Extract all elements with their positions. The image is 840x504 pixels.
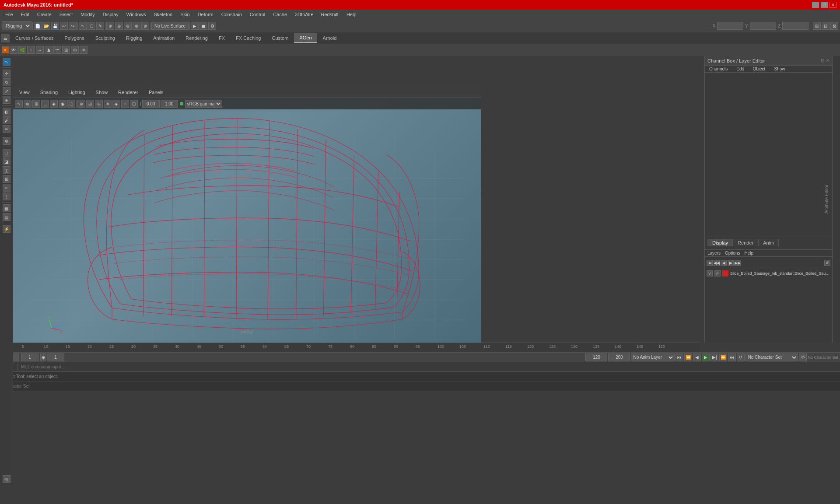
vp-icon9[interactable]: ◎ (86, 100, 94, 108)
layout3-icon[interactable]: ⊠ (830, 22, 838, 30)
layer-nav-first[interactable]: ⏮ (707, 260, 713, 266)
menu-modify[interactable]: Modify (77, 11, 98, 18)
vp-icon13[interactable]: + (121, 100, 129, 108)
shelf-icon-eye[interactable]: 👁 (10, 46, 18, 54)
render-settings-icon[interactable]: ⚙ (208, 22, 216, 30)
maximize-button[interactable]: □ (821, 2, 828, 8)
color-profile-select[interactable]: sRGB gamma (185, 100, 222, 108)
panel-close-icon[interactable]: ✕ (826, 58, 830, 63)
menu-cache[interactable]: Cache (270, 11, 290, 18)
tab-animation[interactable]: Animation (148, 33, 180, 43)
x-input[interactable] (717, 22, 743, 30)
shelf-icon-plus[interactable]: + (27, 46, 35, 54)
range-end-input[interactable] (608, 354, 630, 361)
tab-display[interactable]: Display (707, 239, 733, 246)
vp-icon2[interactable]: ⊕ (24, 100, 32, 108)
vp-icon8[interactable]: ⊛ (77, 100, 85, 108)
xgen-shelf-icon1[interactable]: X (2, 46, 9, 53)
playback-btn-play-fwd[interactable]: ▶ (702, 354, 710, 361)
layer-nav-next[interactable]: ▶ (728, 260, 734, 266)
tab-xgen[interactable]: XGen (294, 33, 317, 43)
character-set-select[interactable]: No Character Set (746, 354, 798, 361)
soft-mod-icon[interactable]: ◐ (3, 108, 10, 116)
z-input[interactable] (782, 22, 808, 30)
vp-icon12[interactable]: ◈ (112, 100, 120, 108)
menu-constrain[interactable]: Constrain (218, 11, 245, 18)
attribute-editor-side-label[interactable]: Attribute Editor (823, 183, 830, 215)
frame-field-input[interactable] (47, 354, 64, 361)
select-icon[interactable]: ↖ (79, 22, 87, 30)
cb-menu-show[interactable]: Show (772, 66, 787, 71)
save-icon[interactable]: 💾 (51, 22, 59, 30)
menu-control[interactable]: Control (246, 11, 269, 18)
layout1-icon[interactable]: ⊞ (813, 22, 821, 30)
redo-icon[interactable]: ↪ (69, 22, 77, 30)
menu-create[interactable]: Create (34, 11, 55, 18)
shelf-icon-grid[interactable]: ⊞ (62, 46, 70, 54)
select-tool-icon[interactable]: ↖ (3, 58, 10, 66)
lasso-icon[interactable]: ⬡ (88, 22, 95, 30)
layers-menu[interactable]: Layers (707, 251, 721, 256)
scale-tool-icon[interactable]: ⤢ (3, 87, 10, 95)
vp-icon5[interactable]: ◈ (50, 100, 58, 108)
anim-layer-select[interactable]: No Anim Layer (631, 354, 675, 361)
mel-input[interactable] (19, 363, 837, 371)
layer-nav-next-next[interactable]: ▶▶ (735, 260, 741, 266)
vp-icon3[interactable]: ⊞ (32, 100, 40, 108)
menu-skeleton[interactable]: Skeleton (150, 11, 176, 18)
snap5-icon[interactable]: ⊕ (141, 22, 149, 30)
layer-visibility-v[interactable]: V (707, 270, 713, 276)
panel-float-icon[interactable]: ⊡ (821, 58, 824, 63)
tab-render[interactable]: Render (733, 239, 758, 246)
tab-arnold[interactable]: Arnold (318, 33, 342, 43)
menu-help[interactable]: Help (343, 11, 360, 18)
tab-sculpting[interactable]: Sculpting (90, 33, 120, 43)
vp-icon10[interactable]: ⊕ (95, 100, 103, 108)
shelf-icon-wave[interactable]: 〜 (53, 46, 61, 54)
layer-visibility-p[interactable]: P (714, 270, 721, 276)
menu-windows[interactable]: Windows (123, 11, 150, 18)
tab-custom[interactable]: Custom (267, 33, 294, 43)
tab-rigging[interactable]: Rigging (121, 33, 147, 43)
paint-icon[interactable]: ✎ (96, 22, 104, 30)
playback-btn-next-frame[interactable]: ▶| (710, 354, 718, 361)
show-manipulator-icon[interactable]: ⊕ (3, 137, 10, 145)
left-icon-d[interactable]: ⊞ (3, 175, 10, 183)
menu-redshift[interactable]: Redshift (318, 11, 342, 18)
tab-fx[interactable]: FX (214, 33, 230, 43)
left-icon-g[interactable]: ▦ (3, 204, 10, 212)
left-icon-bottom[interactable]: ◎ (3, 475, 10, 483)
cb-menu-channels[interactable]: Channels (707, 66, 729, 71)
left-icon-f[interactable]: ⋮ (3, 192, 10, 200)
vp-select-icon[interactable]: ↖ (15, 100, 23, 108)
ipr-icon[interactable]: ◼ (200, 22, 207, 30)
left-icon-b[interactable]: ◪ (3, 158, 10, 165)
loop-mode-icon[interactable]: ↺ (737, 354, 745, 361)
snap4-icon[interactable]: ⊕ (133, 22, 140, 30)
gamma2-input[interactable] (161, 100, 178, 108)
tab-polygons[interactable]: Polygons (59, 33, 89, 43)
shelf-icon-cog[interactable]: ⚙ (71, 46, 79, 54)
vp-icon7[interactable]: ◌ (67, 100, 75, 108)
menu-edit[interactable]: Edit (18, 11, 33, 18)
menu-file[interactable]: File (2, 11, 17, 18)
left-icon-h[interactable]: ▤ (3, 213, 10, 221)
shelf-toggle[interactable]: ☰ (1, 34, 10, 42)
snap2-icon[interactable]: ⊕ (115, 22, 123, 30)
playback-btn-next-key[interactable]: ⏩ (719, 354, 727, 361)
options-menu[interactable]: Options (725, 251, 740, 256)
left-icon-e[interactable]: ≡ (3, 184, 10, 192)
viewport-menu-renderer[interactable]: Renderer (116, 90, 141, 95)
playback-btn-prev-key[interactable]: ⏪ (684, 354, 692, 361)
menu-skin[interactable]: Skin (177, 11, 193, 18)
last-tool-icon[interactable]: ◈ (3, 96, 10, 104)
playback-btn-prev-frame[interactable]: ◀ (693, 354, 701, 361)
menu-3dtall[interactable]: 3DtoAll▾ (291, 11, 316, 18)
left-icon-i[interactable]: ⚡ (3, 225, 10, 233)
viewport-menu-panels[interactable]: Panels (146, 90, 166, 95)
tab-rendering[interactable]: Rendering (180, 33, 213, 43)
gamma1-input[interactable] (142, 100, 160, 108)
tab-curves-surfaces[interactable]: Curves / Surfaces (10, 33, 59, 43)
sculpt-icon[interactable]: ✏ (3, 125, 10, 133)
new-file-icon[interactable]: 📄 (34, 22, 42, 30)
